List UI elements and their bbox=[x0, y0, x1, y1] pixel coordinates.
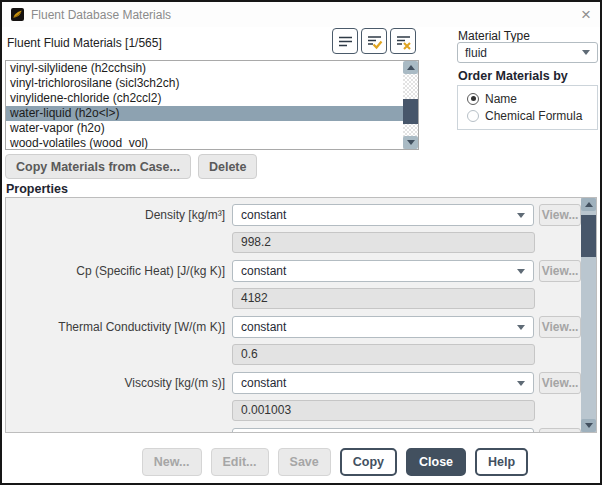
titlebar: Fluent Database Materials × bbox=[2, 2, 600, 27]
property-row: Molecular Weight [kg/kmol] constant View… bbox=[6, 428, 581, 433]
list-cross-icon bbox=[394, 32, 413, 51]
property-method-dropdown[interactable]: constant bbox=[232, 428, 534, 433]
property-label: Density [kg/m³] bbox=[6, 204, 232, 226]
material-type-label: Material Type bbox=[458, 29, 530, 43]
properties-panel: Density [kg/m³] constant View... 998.2 C bbox=[5, 197, 597, 433]
material-type-dropdown[interactable]: fluid bbox=[457, 42, 598, 63]
property-row: Thermal Conductivity [W/(m K)] constant … bbox=[6, 316, 581, 365]
new-button[interactable]: New... bbox=[142, 448, 202, 476]
view-button[interactable]: View... bbox=[539, 316, 581, 338]
material-list-item[interactable]: wood-volatiles (wood_vol) bbox=[6, 136, 403, 150]
order-radio-name[interactable]: Name bbox=[467, 90, 597, 107]
view-button[interactable]: View... bbox=[539, 204, 581, 226]
property-method-value: constant bbox=[241, 208, 286, 222]
property-label: Cp (Specific Heat) [J/(kg K)] bbox=[6, 260, 232, 282]
property-label: Thermal Conductivity [W/(m K)] bbox=[6, 316, 232, 338]
properties-label: Properties bbox=[6, 182, 68, 196]
material-name: vinyl-silylidene (h2cchsih) bbox=[10, 61, 146, 75]
property-value-field: 0.6 bbox=[232, 344, 535, 365]
triangle-up-icon bbox=[585, 202, 593, 207]
list-check-icon bbox=[365, 32, 384, 51]
material-list-item[interactable]: vinyl-trichlorosilane (sicl3ch2ch) bbox=[6, 76, 403, 91]
fluid-materials-list: vinyl-silylidene (h2cchsih) vinyl-trichl… bbox=[5, 60, 419, 150]
chevron-down-icon bbox=[517, 269, 525, 274]
footer-button-bar: New... Edit... Save Copy Close Help bbox=[36, 448, 602, 476]
edit-button[interactable]: Edit... bbox=[211, 448, 269, 476]
help-button[interactable]: Help bbox=[475, 448, 528, 476]
material-list-item[interactable]: vinyl-silylidene (h2cchsih) bbox=[6, 61, 403, 76]
property-value-field: 998.2 bbox=[232, 232, 535, 253]
close-button[interactable]: Close bbox=[406, 448, 466, 476]
close-icon[interactable]: × bbox=[581, 8, 591, 22]
window-title: Fluent Database Materials bbox=[31, 8, 171, 22]
property-method-dropdown[interactable]: constant bbox=[232, 204, 534, 226]
property-method-value: constant bbox=[241, 264, 286, 278]
view-button[interactable]: View... bbox=[539, 260, 581, 282]
property-method-dropdown[interactable]: constant bbox=[232, 260, 534, 282]
list-icon bbox=[336, 32, 355, 51]
property-value-field: 0.001003 bbox=[232, 400, 535, 421]
radio-icon bbox=[467, 110, 479, 122]
copy-button[interactable]: Copy bbox=[340, 448, 397, 476]
material-type-value: fluid bbox=[465, 46, 487, 60]
property-row: Density [kg/m³] constant View... 998.2 bbox=[6, 204, 581, 253]
property-method-dropdown[interactable]: constant bbox=[232, 316, 534, 338]
material-name: water-vapor (h2o) bbox=[10, 121, 105, 135]
scroll-up-button[interactable] bbox=[403, 61, 418, 74]
order-materials-by-label: Order Materials by bbox=[458, 69, 568, 83]
chevron-down-icon bbox=[517, 381, 525, 386]
material-name: wood-volatiles (wood_vol) bbox=[10, 136, 148, 150]
property-value-field: 4182 bbox=[232, 288, 535, 309]
material-list-item[interactable]: water-liquid (h2o<l>) bbox=[6, 106, 403, 121]
material-name: vinyl-trichlorosilane (sicl3ch2ch) bbox=[10, 76, 179, 90]
materials-list-scrollbar[interactable] bbox=[403, 61, 418, 149]
property-label: Molecular Weight [kg/kmol] bbox=[6, 428, 232, 433]
triangle-down-icon bbox=[585, 423, 593, 428]
radio-label: Name bbox=[485, 92, 517, 106]
fluent-database-materials-dialog: Fluent Database Materials × Fluent Fluid… bbox=[0, 0, 602, 485]
view-button[interactable]: View... bbox=[539, 372, 581, 394]
chevron-down-icon bbox=[582, 50, 590, 55]
copy-materials-from-case-button[interactable]: Copy Materials from Case... bbox=[5, 154, 191, 179]
scrollbar-thumb[interactable] bbox=[403, 99, 418, 124]
order-materials-by-group: Name Chemical Formula bbox=[457, 85, 598, 130]
property-method-dropdown[interactable]: constant bbox=[232, 372, 534, 394]
scroll-up-button[interactable] bbox=[581, 198, 596, 211]
order-radio-chemical-formula[interactable]: Chemical Formula bbox=[467, 107, 597, 124]
radio-label: Chemical Formula bbox=[485, 109, 582, 123]
material-list-item[interactable]: vinylidene-chloride (ch2ccl2) bbox=[6, 91, 403, 106]
scroll-down-button[interactable] bbox=[403, 136, 418, 149]
property-method-value: constant bbox=[241, 320, 286, 334]
save-button[interactable]: Save bbox=[278, 448, 331, 476]
chevron-down-icon bbox=[517, 325, 525, 330]
radio-icon bbox=[467, 93, 479, 105]
triangle-down-icon bbox=[407, 140, 415, 145]
scrollbar-thumb[interactable] bbox=[581, 215, 596, 257]
show-all-materials-button[interactable] bbox=[332, 28, 358, 54]
fluid-materials-label: Fluent Fluid Materials [1/565] bbox=[7, 36, 162, 50]
triangle-up-icon bbox=[407, 65, 415, 70]
property-label: Viscosity [kg/(m s)] bbox=[6, 372, 232, 394]
material-list-item[interactable]: water-vapor (h2o) bbox=[6, 121, 403, 136]
list-toolbar bbox=[332, 28, 416, 54]
view-button[interactable]: View... bbox=[539, 428, 581, 433]
scroll-down-button[interactable] bbox=[581, 419, 596, 432]
chevron-down-icon bbox=[517, 213, 525, 218]
material-name: vinylidene-chloride (ch2ccl2) bbox=[10, 91, 161, 105]
property-row: Viscosity [kg/(m s)] constant View... 0.… bbox=[6, 372, 581, 421]
property-row: Cp (Specific Heat) [J/(kg K)] constant V… bbox=[6, 260, 581, 309]
clear-checked-materials-button[interactable] bbox=[390, 28, 416, 54]
properties-scrollbar[interactable] bbox=[581, 198, 596, 432]
show-checked-materials-button[interactable] bbox=[361, 28, 387, 54]
property-method-value: constant bbox=[241, 376, 286, 390]
list-actions: Copy Materials from Case... Delete bbox=[5, 154, 257, 179]
property-method-value: constant bbox=[241, 432, 286, 433]
fluent-app-icon bbox=[11, 8, 24, 21]
delete-button[interactable]: Delete bbox=[198, 154, 258, 179]
material-name: water-liquid (h2o<l>) bbox=[10, 106, 119, 120]
